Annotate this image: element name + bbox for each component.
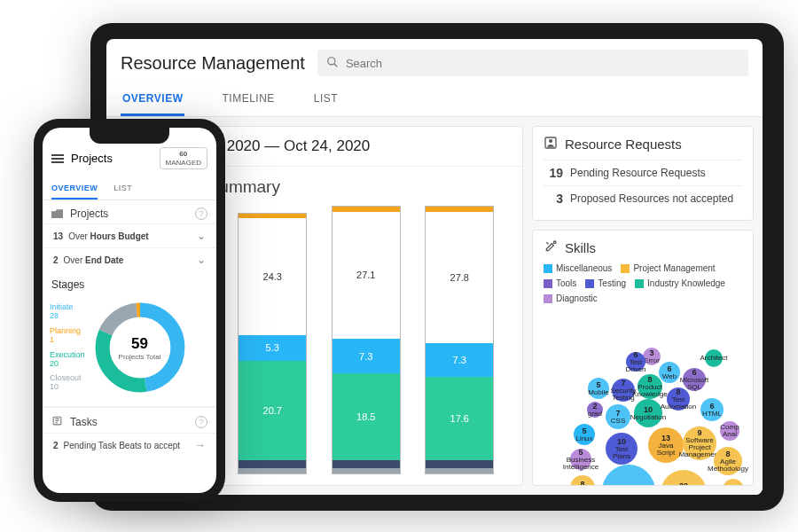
skill-bubble[interactable]: Architect [705, 349, 723, 367]
skill-bubble[interactable]: 6Microsoft SQL [683, 368, 706, 391]
skill-bubble[interactable]: 26Communication [602, 465, 655, 486]
search-placeholder: Search [346, 57, 382, 70]
search-input[interactable]: Search [317, 50, 748, 76]
phone-tab-overview[interactable]: OVERVIEW [51, 178, 98, 200]
skill-bubble[interactable]: 7CSS [606, 404, 630, 429]
tab-timeline[interactable]: TIMELINE [220, 85, 276, 116]
skills-title: Skills [544, 239, 742, 256]
svg-line-1 [334, 63, 338, 66]
stages-donut: 59 Projects Total [90, 298, 190, 397]
tasks-section-header: Tasks ? [43, 407, 216, 433]
skill-bubble[interactable]: 5Linux [574, 424, 595, 445]
request-row[interactable]: 3Proposed Resources not accepted [544, 185, 742, 211]
phone-title: Projects [71, 152, 113, 165]
phone-tabs: OVERVIEW LIST [43, 175, 216, 200]
skill-bubble[interactable]: 10Test Plans [606, 433, 638, 465]
right-column: Resource Requests 19Pending Resource Req… [532, 126, 754, 486]
skill-bubble[interactable]: 8Troubleshooting [570, 475, 595, 486]
projects-section-header: Projects ? [43, 200, 216, 223]
managed-chip[interactable]: 60 MANAGED [160, 147, 207, 169]
tab-overview[interactable]: OVERVIEW [121, 85, 184, 116]
skill-bubble[interactable]: 6HTML [700, 398, 724, 421]
help-icon[interactable]: ? [195, 416, 207, 428]
skill-bubble[interactable]: 20Business Process [661, 470, 707, 486]
hamburger-icon[interactable] [51, 154, 64, 163]
phone-frame: Projects 60 MANAGED OVERVIEW LIST Projec… [34, 119, 225, 502]
task-row[interactable]: 2Pending Task Beats to accept→ [43, 433, 216, 457]
skills-legend: MiscellaneousProject ManagementToolsTest… [544, 263, 742, 303]
phone-notch [90, 128, 169, 144]
folder-icon [51, 209, 63, 218]
svg-point-3 [549, 139, 552, 143]
tab-list[interactable]: LIST [312, 85, 340, 116]
skill-bubble[interactable]: 7Security Testing [612, 379, 635, 402]
skills-bubbles: 26Communication20Business Process13Java … [544, 307, 742, 486]
skill-bubble[interactable]: 5Mobile [588, 378, 609, 399]
arrow-right-icon: → [195, 439, 206, 451]
page-title: Resource Management [121, 53, 305, 74]
stages-legend: Initiate28Planning1Execution20Closeout10 [50, 303, 85, 392]
chevron-down-icon: ⌄ [197, 254, 206, 266]
skill-bubble[interactable]: 6Test Driven [626, 352, 645, 372]
skill-bubble[interactable]: 2grad [587, 402, 603, 418]
svg-point-4 [553, 241, 556, 244]
donut-center: 59 Projects Total [90, 298, 190, 397]
skill-bubble[interactable]: 8Agile Methodology [714, 447, 742, 475]
tablet-tabs: OVERVIEW TIMELINE LIST [106, 80, 763, 117]
help-icon[interactable]: ? [195, 207, 207, 220]
skill-bubble[interactable]: Comp Anal [720, 421, 739, 441]
chevron-down-icon: ⌄ [197, 230, 206, 242]
skill-bubble[interactable]: 8Test Automation [667, 387, 690, 411]
tasks-icon [51, 415, 63, 429]
resource-requests-title: Resource Requests [544, 136, 742, 153]
stages-content: Initiate28Planning1Execution20Closeout10… [43, 294, 216, 407]
skill-bubble[interactable]: 9Software Project Management [683, 426, 716, 460]
resource-icon [544, 136, 558, 153]
project-alert-row[interactable]: 2Over End Date⌄ [43, 247, 216, 271]
skill-bubble[interactable]: 5Business Intelligence [570, 449, 591, 470]
search-icon [326, 56, 339, 71]
skill-bubble[interactable]: SCRUM [723, 479, 744, 486]
request-row[interactable]: 19Pending Resource Requests [544, 160, 742, 185]
project-alert-row[interactable]: 13Over Hours Budget⌄ [43, 223, 216, 247]
phone-tab-list[interactable]: LIST [113, 178, 132, 200]
stages-title: Stages [43, 271, 216, 294]
skill-bubble[interactable]: 10Negotiation [634, 399, 662, 427]
skill-bubble[interactable]: 8Product Knowledge [638, 374, 662, 399]
phone-screen: Projects 60 MANAGED OVERVIEW LIST Projec… [43, 128, 216, 493]
tools-icon [544, 239, 558, 256]
svg-point-0 [328, 57, 335, 64]
tablet-header: Resource Management Search [106, 39, 763, 80]
skills-card: Skills MiscellaneousProject ManagementTo… [532, 230, 754, 486]
resource-requests-card: Resource Requests 19Pending Resource Req… [532, 126, 754, 221]
skill-bubble[interactable]: 6Web [659, 362, 680, 383]
